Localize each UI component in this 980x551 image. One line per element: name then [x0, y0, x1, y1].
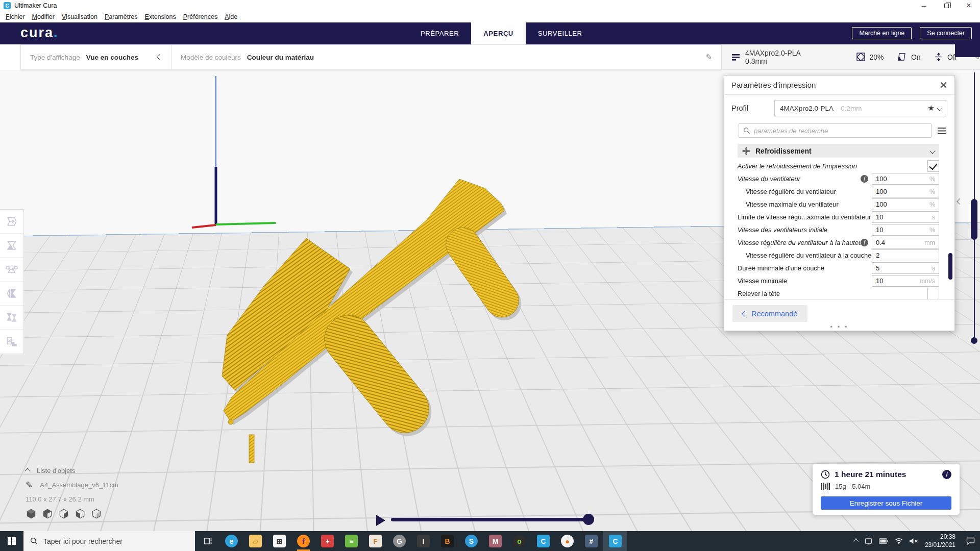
taskbar-app-gimp[interactable]: G [387, 531, 411, 551]
path-slider-handle[interactable] [583, 514, 594, 525]
taskbar-app-butterfly[interactable]: B [435, 531, 459, 551]
printer-config-bar[interactable]: 4MAXpro2.0-PLA 0.3mm 20% On Off ✎ [722, 44, 980, 70]
task-view-button[interactable] [195, 531, 219, 551]
setting-input[interactable]: 5s [872, 262, 939, 274]
taskbar-app-antivirus[interactable]: + [315, 531, 339, 551]
tool-per-model-settings[interactable] [0, 306, 23, 330]
marketplace-button[interactable]: Marché en ligne [852, 27, 912, 39]
action-center-icon[interactable] [966, 537, 975, 545]
tray-expand-icon[interactable] [853, 538, 859, 544]
volume-muted-icon[interactable] [910, 538, 918, 544]
taskbar-app-calculator[interactable]: # [579, 531, 603, 551]
taskbar-app-cura-active[interactable]: C [603, 531, 627, 551]
taskbar-app-microsoft-store[interactable]: ⊞ [267, 531, 291, 551]
service-tool-icon: S [465, 535, 478, 547]
layer-slider-handle[interactable] [971, 199, 977, 240]
tab-surveiller[interactable]: SURVEILLER [526, 22, 595, 44]
view-edit-pencil-icon[interactable]: ✎ [705, 53, 721, 62]
panel-close-icon[interactable]: ✕ [940, 81, 947, 90]
taskbar-app-inkscape[interactable]: I [411, 531, 435, 551]
tray-clock[interactable]: 20:38 23/01/2021 [925, 533, 955, 549]
setting-checkbox[interactable] [927, 288, 939, 299]
signin-button[interactable]: Se connecter [920, 27, 972, 39]
taskbar-apps: e▱⊞f+≡FGIBSMoC●#C [219, 531, 627, 551]
color-scheme-dropdown[interactable]: Modèle de couleurs Couleur du matériau [171, 45, 323, 69]
menu-extensions[interactable]: Extensions [141, 12, 180, 21]
taskbar-app-firefox[interactable]: f [291, 531, 315, 551]
info-icon[interactable]: i [942, 470, 951, 479]
layer-slider-bottom-handle[interactable] [971, 337, 977, 344]
restore-button[interactable] [935, 0, 958, 11]
settings-menu-icon[interactable] [938, 128, 946, 134]
3d-view-icon[interactable] [26, 508, 37, 519]
section-collapse-icon[interactable] [929, 148, 935, 154]
function-info-icon[interactable]: ƒ [861, 175, 868, 183]
setting-input[interactable]: 0.4mm [872, 237, 939, 248]
taskbar-app-cura[interactable]: C [531, 531, 555, 551]
minimize-button[interactable]: ─ [913, 0, 935, 11]
taskbar-app-slicer[interactable]: ● [555, 531, 579, 551]
setting-input[interactable]: 100% [872, 186, 939, 197]
rename-pencil-icon[interactable]: ✎ [26, 480, 33, 490]
top-view-icon[interactable] [58, 508, 69, 519]
play-button[interactable] [376, 515, 385, 526]
menu-parametres[interactable]: Paramètres [101, 12, 141, 21]
setting-input[interactable]: 100% [872, 198, 939, 210]
settings-searchbox[interactable] [739, 123, 932, 138]
tool-support-blocker[interactable] [0, 330, 23, 354]
object-item[interactable]: ✎ A4_Assemblage_v6_11cm [26, 480, 118, 490]
taskbar-search-input[interactable] [43, 537, 195, 545]
save-to-file-button[interactable]: Enregistrer sous Fichier [821, 496, 951, 510]
profile-dropdown[interactable]: 4MAXpro2.0-PLA - 0.2mm ★ [774, 100, 947, 116]
taskbar-app-notes[interactable]: ≡ [339, 531, 363, 551]
setting-checkbox[interactable] [927, 160, 939, 172]
tab-preparer[interactable]: PRÉPARER [408, 22, 471, 44]
close-button[interactable]: × [958, 0, 980, 11]
chevron-left-icon[interactable] [157, 54, 162, 60]
battery-icon[interactable] [879, 538, 888, 544]
front-view-icon[interactable] [42, 508, 53, 519]
recommended-button[interactable]: Recommandé [732, 305, 807, 322]
taskbar-app-viewer[interactable]: o [507, 531, 531, 551]
taskbar-app-file-explorer[interactable]: ▱ [243, 531, 267, 551]
setting-input[interactable]: 10% [872, 224, 939, 236]
wifi-icon[interactable] [895, 538, 903, 544]
menu-preferences[interactable]: Préférences [180, 12, 221, 21]
tool-move[interactable] [0, 210, 23, 234]
menu-fichier[interactable]: Fichier [2, 12, 29, 21]
header-corner-block [955, 44, 980, 57]
start-button[interactable] [0, 531, 23, 551]
tab-apercu[interactable]: APERÇU [471, 22, 526, 44]
right-view-icon[interactable] [91, 508, 102, 519]
taskbar-app-service-tool[interactable]: S [459, 531, 483, 551]
taskbar-app-meshlab[interactable]: M [483, 531, 507, 551]
star-icon[interactable]: ★ [928, 104, 935, 113]
setting-input[interactable]: 10s [872, 211, 939, 223]
setting-input[interactable]: 100% [872, 173, 939, 185]
path-slider-track[interactable] [391, 518, 590, 521]
settings-search-input[interactable] [754, 127, 927, 135]
tool-mirror[interactable] [0, 282, 23, 306]
setting-input[interactable]: 2 [872, 249, 939, 261]
tool-rotate[interactable] [0, 258, 23, 282]
section-refroidissement[interactable]: Refroidissement [738, 144, 939, 158]
display-type-dropdown[interactable]: Type d'affichage Vue en couches [21, 45, 171, 69]
panel-scrollbar-thumb[interactable] [948, 253, 952, 280]
antivirus-icon: + [321, 535, 334, 547]
setting-input[interactable]: 10mm/s [872, 275, 939, 287]
left-view-icon[interactable] [75, 508, 86, 519]
function-info-icon[interactable]: ƒ [861, 239, 868, 246]
fusion-360-icon: F [369, 535, 382, 547]
tablet-mode-icon[interactable] [865, 538, 872, 544]
print-time: 1 heure 21 minutes [835, 470, 906, 479]
profile-label: Profil [731, 104, 774, 112]
taskbar-search[interactable] [23, 531, 195, 551]
menu-visualisation[interactable]: Visualisation [58, 12, 101, 21]
tool-scale[interactable] [0, 234, 23, 258]
menu-modifier[interactable]: Modifier [29, 12, 58, 21]
panel-resize-dots[interactable]: • • • [830, 323, 849, 331]
object-list-header[interactable]: Liste d'objets [26, 467, 118, 474]
taskbar-app-fusion-360[interactable]: F [363, 531, 387, 551]
menu-aide[interactable]: Aide [221, 12, 241, 21]
taskbar-app-edge[interactable]: e [219, 531, 243, 551]
